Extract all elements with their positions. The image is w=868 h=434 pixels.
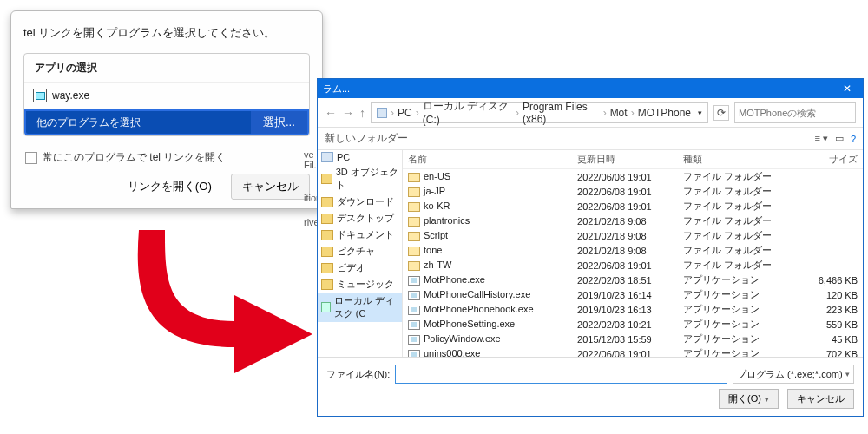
toolbar: 新しいフォルダー ≡ ▾ ▭ ? [318,128,863,150]
sidebar-item[interactable]: ミュージック [318,276,402,293]
folder-icon [321,302,331,312]
forward-icon[interactable]: → [342,106,354,120]
up-icon[interactable]: ↑ [359,106,365,120]
folder-icon [408,261,420,271]
other-program-row[interactable]: 他のプログラムを選択 選択... [24,109,309,135]
bottom-panel: ファイル名(N): プログラム (*.exe;*.com)▾ 開く(O)▾ キャ… [318,357,863,416]
apps-header: アプリの選択 [24,54,309,83]
file-row[interactable]: tone2021/02/18 9:08ファイル フォルダー [403,243,863,258]
titlebar-text: ラム... [318,82,832,95]
pc-icon [377,108,387,118]
sidebar-item[interactable]: ローカル ディスク (C [318,293,402,322]
exe-icon [408,320,420,330]
nav-row: ← → ↑ ›PC ›ローカル ディスク (C:) ›Program Files… [318,98,863,128]
always-checkbox-row[interactable]: 常にこのプログラムで tel リンクを開く [25,150,310,165]
folder-icon [408,173,420,182]
breadcrumb[interactable]: ›PC ›ローカル ディスク (C:) ›Program Files (x86)… [371,102,708,123]
file-row[interactable]: zh-TW2022/06/08 19:01ファイル フォルダー [403,258,863,273]
folder-icon [408,202,420,212]
folder-icon [408,187,420,197]
dialog-title: tel リンクを開くプログラムを選択してください。 [23,25,310,41]
folder-icon [408,232,420,241]
help-icon[interactable]: ? [851,134,856,144]
sidebar-item[interactable]: ビデオ [318,260,402,276]
back-icon[interactable]: ← [325,106,337,120]
folder-icon [321,263,333,273]
sidebar-item[interactable]: ドキュメント [318,227,402,243]
filename-label: ファイル名(N): [326,368,390,381]
folder-icon [321,197,333,207]
file-row[interactable]: PolicyWindow.exe2015/12/03 15:59アプリケーション… [403,332,863,346]
app-select-dialog: tel リンクを開くプログラムを選択してください。 アプリの選択 way.exe… [10,10,323,209]
col-name: 名前 [403,150,572,169]
preview-icon[interactable]: ▭ [835,133,844,144]
cancel-button[interactable]: キャンセル [787,389,854,409]
exe-icon [408,350,420,357]
file-row[interactable]: MotPhoneCallHistory.exe2019/10/23 16:14ア… [403,287,863,302]
folder-icon [321,152,333,162]
folder-icon [408,247,420,256]
file-row[interactable]: MotPhone.exe2022/02/03 18:51アプリケーション6,46… [403,273,863,287]
refresh-icon[interactable]: ⟳ [713,105,729,121]
file-row[interactable]: MotPhonePhonebook.exe2019/10/23 16:13アプリ… [403,302,863,317]
checkbox-label: 常にこのプログラムで tel リンクを開く [43,150,226,165]
file-row[interactable]: ko-KR2022/06/08 19:01ファイル フォルダー [403,199,863,214]
col-size: サイズ [801,150,863,169]
file-row[interactable]: MotPhoneSetting.exe2022/02/03 10:21アプリケー… [403,317,863,332]
titlebar[interactable]: ラム... ✕ [318,79,863,98]
file-row[interactable]: plantronics2021/02/18 9:08ファイル フォルダー [403,214,863,228]
open-link-button[interactable]: リンクを開く(O) [117,174,222,200]
open-button[interactable]: 開く(O)▾ [719,389,779,409]
new-folder-button[interactable]: 新しいフォルダー [325,131,408,146]
other-program-label: 他のプログラムを選択 [36,115,141,130]
checkbox-icon[interactable] [25,152,37,164]
sidebar[interactable]: PC3D オブジェクトダウンロードデスクトップドキュメントピクチャビデオミュージ… [318,150,403,357]
sidebar-item[interactable]: PC [318,150,402,164]
folder-icon [321,247,333,257]
col-date: 更新日時 [572,150,678,169]
close-icon[interactable]: ✕ [832,82,863,95]
filter-select[interactable]: プログラム (*.exe;*.com)▾ [733,365,854,384]
col-type: 種類 [678,150,801,169]
file-open-dialog: ラム... ✕ ← → ↑ ›PC ›ローカル ディスク (C:) ›Progr… [317,78,864,417]
file-row[interactable]: en-US2022/06/08 19:01ファイル フォルダー [403,169,863,185]
arrow-icon [130,226,321,391]
sidebar-item[interactable]: 3D オブジェクト [318,164,402,194]
view-icon[interactable]: ≡ ▾ [814,133,827,144]
file-row[interactable]: unins000.exe2022/06/08 19:01アプリケーション702 … [403,346,863,357]
folder-icon [408,217,420,227]
app-icon [33,89,47,102]
app-item[interactable]: way.exe [24,83,309,108]
apps-box: アプリの選択 way.exe 他のプログラムを選択 選択... [23,53,310,136]
search-input[interactable] [734,102,856,123]
folder-icon [321,230,333,240]
file-list[interactable]: 名前 更新日時 種類 サイズ en-US2022/06/08 19:01ファイル… [403,150,863,357]
file-row[interactable]: ja-JP2022/06/08 19:01ファイル フォルダー [403,184,863,199]
sidebar-item[interactable]: デスクトップ [318,210,402,227]
folder-icon [321,214,333,224]
sidebar-item[interactable]: ダウンロード [318,194,402,210]
folder-icon [321,279,333,290]
chevron-down-icon[interactable]: ▾ [698,108,702,117]
exe-icon [408,291,420,300]
exe-icon [408,276,420,286]
select-button[interactable]: 選択... [251,111,307,134]
app-name: way.exe [52,89,89,102]
exe-icon [408,335,420,345]
filename-input[interactable] [395,365,727,384]
cancel-button[interactable]: キャンセル [231,174,310,200]
folder-icon [321,174,332,184]
sidebar-item[interactable]: ピクチャ [318,243,402,260]
file-row[interactable]: Script2021/02/18 9:08ファイル フォルダー [403,228,863,243]
exe-icon [408,306,420,315]
